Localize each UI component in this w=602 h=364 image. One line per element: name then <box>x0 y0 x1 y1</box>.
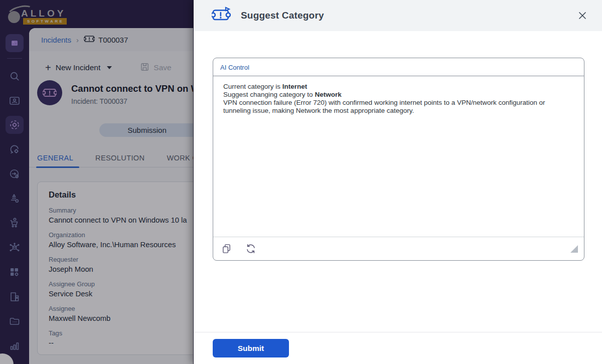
ai-control-label: AI Control <box>213 58 584 76</box>
modal-title: Suggest Category <box>241 10 324 21</box>
ai-actions-bar <box>213 237 584 260</box>
suggest-category-modal: Suggest Category AI Control Current cate… <box>193 0 602 364</box>
modal-footer: Submit <box>194 332 602 364</box>
ai-control-box: AI Control Current category is InternetS… <box>213 58 584 261</box>
submit-button[interactable]: Submit <box>213 339 289 357</box>
modal-header: Suggest Category <box>194 0 602 31</box>
ai-suggestion-text: Current category is InternetSuggest chan… <box>213 76 584 115</box>
screen: ALLOY SOFTWARE <box>0 0 602 364</box>
ticket-suggest-icon <box>212 7 232 25</box>
regenerate-icon[interactable] <box>245 243 256 254</box>
copy-icon[interactable] <box>221 243 232 254</box>
close-icon[interactable] <box>575 8 590 23</box>
resize-handle[interactable] <box>570 245 578 253</box>
